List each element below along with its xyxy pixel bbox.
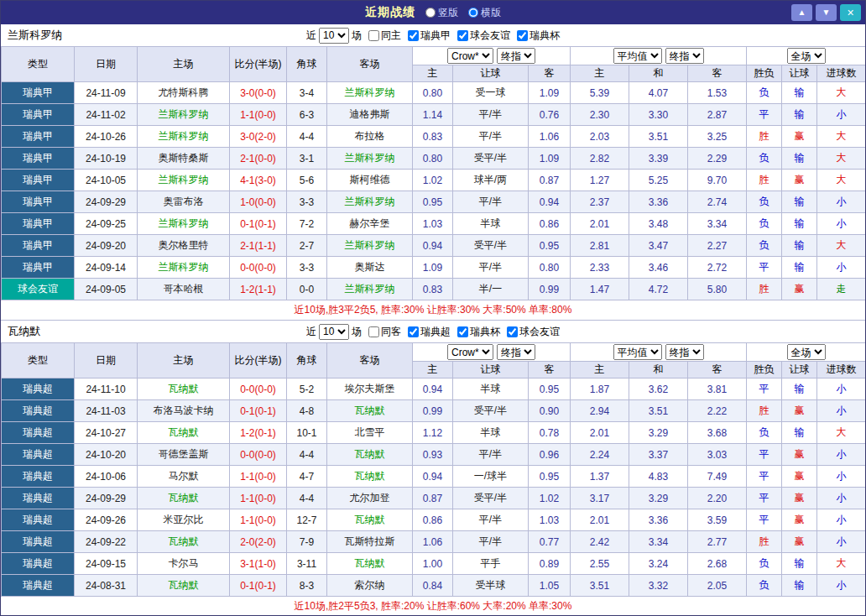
avg-draw-cell: 3.47 xyxy=(629,235,688,257)
home-odds-cell: 0.99 xyxy=(413,400,453,422)
handicap-cell: 半球 xyxy=(453,213,529,235)
league-filter-checkbox-1[interactable]: 瑞典甲 xyxy=(404,29,451,43)
company-select[interactable]: Crow* xyxy=(447,344,493,360)
league-filter-checkbox-1[interactable]: 瑞典超 xyxy=(404,325,451,339)
league-filter-label: 瑞典甲 xyxy=(420,29,451,43)
away-odds-cell: 0.87 xyxy=(529,170,571,191)
league-filter-label: 瑞典杯 xyxy=(530,29,560,43)
near-label: 近 xyxy=(306,29,316,43)
column-subheader: 胜负 xyxy=(747,362,782,378)
home-odds-cell: 1.09 xyxy=(413,257,453,279)
title-bar: 近期战绩 竖版 横版 ▲ ▼ × xyxy=(1,1,865,24)
league-filter-input-1[interactable] xyxy=(408,326,419,337)
match-row: 瑞典超24-09-15卡尔马3-1(1-0)3-11瓦纳默1.00平手0.892… xyxy=(2,553,866,575)
column-subheader: 让球 xyxy=(782,362,817,378)
layout-option-vertical[interactable]: 竖版 xyxy=(425,6,458,20)
away-team-cell: 赫尔辛堡 xyxy=(327,213,413,235)
recent-count-select[interactable]: 10 xyxy=(319,324,349,340)
away-team-cell: 尤尔加登 xyxy=(327,488,413,509)
away-odds-cell: 0.95 xyxy=(529,466,571,488)
result-handicap-cell: 输 xyxy=(782,235,817,257)
avg-stage-select[interactable]: 终指 xyxy=(665,344,704,360)
league-cell: 瑞典甲 xyxy=(2,191,75,213)
move-down-button[interactable]: ▼ xyxy=(816,4,837,21)
avg-away-cell: 2.68 xyxy=(688,553,747,575)
horizontal-layout-radio[interactable] xyxy=(468,8,478,18)
same-venue-checkbox-input[interactable] xyxy=(368,326,379,337)
match-row: 瑞典超24-10-20哥德堡盖斯0-0(0-0)4-4瓦纳默0.93平/半0.9… xyxy=(2,444,866,466)
result-wdl-cell: 负 xyxy=(747,213,782,235)
avg-away-cell: 1.53 xyxy=(688,82,747,104)
handicap-cell: 半球 xyxy=(453,422,529,444)
score-cell: 1-2(1-1) xyxy=(230,279,287,300)
corner-cell: 4-7 xyxy=(287,466,327,488)
recent-count-select[interactable]: 10 xyxy=(319,28,349,44)
scope-select[interactable]: 全场 xyxy=(787,344,826,360)
away-team-cell: 埃尔夫斯堡 xyxy=(327,378,413,400)
home-odds-cell: 0.87 xyxy=(413,488,453,509)
avg-away-cell: 2.22 xyxy=(688,400,747,422)
league-cell: 瑞典超 xyxy=(2,400,75,422)
avg-stage-select[interactable]: 终指 xyxy=(665,48,704,64)
header-select-cell: 平均值终指 xyxy=(571,47,747,65)
league-filter-input-3[interactable] xyxy=(517,30,528,41)
away-team-cell: 瓦纳默 xyxy=(327,553,413,575)
summary-line: 近10场,胜3平2负5, 胜率:30% 让胜率:30% 大率:50% 单率:80… xyxy=(1,300,865,321)
result-wdl-cell: 平 xyxy=(747,378,782,400)
column-subheader: 胜负 xyxy=(747,65,782,82)
league-filter-input-2[interactable] xyxy=(457,326,468,337)
avg-draw-cell: 4.07 xyxy=(629,82,688,104)
same-venue-checkbox-input[interactable] xyxy=(368,30,379,41)
handicap-cell: 半/一 xyxy=(453,279,529,300)
result-wdl-cell: 胜 xyxy=(747,126,782,148)
league-cell: 瑞典甲 xyxy=(2,104,75,126)
league-filter-input-3[interactable] xyxy=(507,326,518,337)
same-venue-checkbox[interactable]: 同客 xyxy=(364,325,401,339)
move-up-button[interactable]: ▲ xyxy=(791,4,812,21)
column-subheader: 客 xyxy=(529,362,571,378)
league-filter-checkbox-3[interactable]: 瑞典杯 xyxy=(513,29,560,43)
league-filter-input-2[interactable] xyxy=(457,30,468,41)
league-filter-checkbox-3[interactable]: 球会友谊 xyxy=(503,325,560,339)
corner-cell: 3-3 xyxy=(287,191,327,213)
column-subheader: 主 xyxy=(413,65,453,82)
layout-option-horizontal[interactable]: 横版 xyxy=(468,6,501,20)
result-goals-cell: 大 xyxy=(817,82,866,104)
average-select[interactable]: 平均值 xyxy=(613,344,662,360)
close-button[interactable]: × xyxy=(840,4,861,21)
column-subheader: 让球 xyxy=(782,65,817,82)
result-wdl-cell: 平 xyxy=(747,509,782,531)
odds-stage-select[interactable]: 终指 xyxy=(497,344,535,360)
header-select-cell: 全场 xyxy=(747,47,866,65)
league-cell: 瑞典超 xyxy=(2,553,75,575)
average-select[interactable]: 平均值 xyxy=(613,48,662,64)
away-team-cell: 索尔纳 xyxy=(327,575,413,597)
company-select[interactable]: Crow* xyxy=(447,48,493,64)
match-row: 瑞典甲24-09-14兰斯科罗纳0-0(0-0)3-3奥斯达1.09平/半0.8… xyxy=(2,257,866,279)
date-cell: 24-11-10 xyxy=(75,378,138,400)
avg-away-cell: 3.34 xyxy=(688,213,747,235)
corner-cell: 4-4 xyxy=(287,444,327,466)
column-subheader: 主 xyxy=(571,362,629,378)
match-row: 瑞典超24-09-26米亚尔比1-1(0-0)12-7瓦纳默0.86平/半1.0… xyxy=(2,509,866,531)
result-goals-cell: 小 xyxy=(817,575,866,597)
handicap-cell: 受一球 xyxy=(453,82,529,104)
league-cell: 球会友谊 xyxy=(2,279,75,300)
odds-stage-select[interactable]: 终指 xyxy=(497,48,535,64)
avg-home-cell: 1.47 xyxy=(571,279,629,300)
scope-select[interactable]: 全场 xyxy=(787,48,826,64)
league-filter-input-1[interactable] xyxy=(408,30,419,41)
column-subheader: 主 xyxy=(571,65,629,82)
result-wdl-cell: 平 xyxy=(747,104,782,126)
away-team-cell: 瓦纳默 xyxy=(327,466,413,488)
games-label: 场 xyxy=(352,325,362,339)
column-subheader: 和 xyxy=(629,362,688,378)
home-team-cell: 米亚尔比 xyxy=(138,509,230,531)
result-handicap-cell: 输 xyxy=(782,257,817,279)
league-filter-checkbox-2[interactable]: 球会友谊 xyxy=(453,29,510,43)
vertical-layout-radio[interactable] xyxy=(425,8,436,18)
league-filter-checkbox-2[interactable]: 瑞典杯 xyxy=(453,325,500,339)
result-handicap-cell: 输 xyxy=(782,575,817,597)
away-team-cell: 布拉格 xyxy=(327,126,413,148)
same-venue-checkbox[interactable]: 同主 xyxy=(364,29,401,43)
